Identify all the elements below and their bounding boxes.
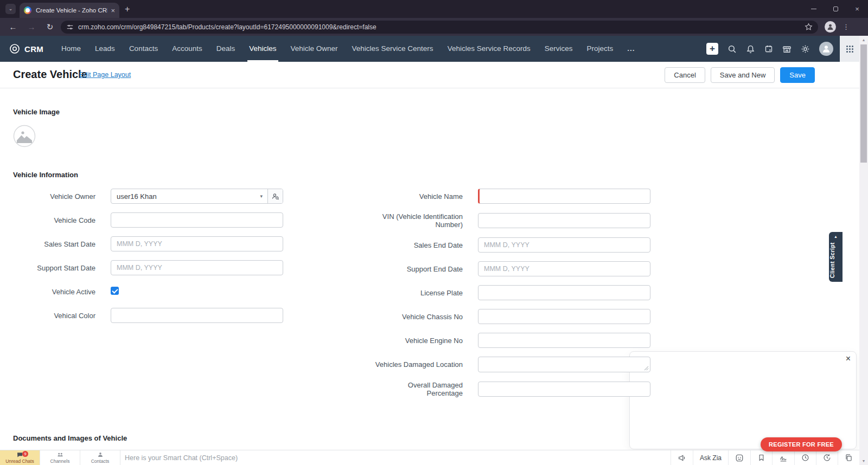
zia-icon[interactable] — [728, 450, 750, 465]
nav-item-accounts[interactable]: Accounts — [165, 36, 209, 62]
field-row-sales-start-date: Sales Start DateMMM D, YYYY — [13, 236, 295, 251]
chat-tab-contacts[interactable]: Contacts — [80, 450, 120, 465]
input-vin-vehicle-identification-number[interactable] — [478, 213, 650, 228]
field-label-sales-end-date: Sales End Date — [370, 241, 463, 249]
checkbox-vehicle-active[interactable] — [111, 287, 119, 295]
scrollbar-thumb[interactable] — [860, 44, 867, 163]
tab-close-icon[interactable]: × — [111, 7, 115, 15]
minimize-button[interactable] — [803, 0, 825, 18]
save-button[interactable]: Save — [780, 67, 815, 83]
placeholder-text: MMM D, YYYY — [111, 261, 283, 275]
notifications-bell-icon[interactable] — [746, 44, 755, 54]
edit-page-layout-link[interactable]: Edit Page Layout — [79, 71, 131, 79]
nav-more-icon[interactable]: ... — [620, 36, 642, 62]
tab-search-icon[interactable]: ⌄ — [5, 4, 16, 14]
input-vehicle-engine-no[interactable] — [478, 333, 650, 348]
maximize-button[interactable] — [825, 0, 846, 18]
notes-icon[interactable] — [838, 450, 859, 465]
field-label-vehicle-chassis-no: Vehicle Chassis No — [370, 313, 463, 321]
bottom-right-dock: Ask Zia — [671, 450, 859, 465]
smart-chat-input[interactable]: Here is your Smart Chat (Ctrl+Space) — [120, 450, 671, 465]
unread-badge: 9 — [22, 451, 28, 457]
forward-icon[interactable]: → — [26, 22, 37, 31]
chevron-down-icon[interactable]: ▾ — [255, 193, 267, 199]
user-avatar[interactable] — [819, 42, 833, 56]
bookmark-star-icon[interactable] — [805, 23, 813, 31]
nav-item-vehicle-owner[interactable]: Vehicle Owner — [284, 36, 345, 62]
calendar-icon[interactable] — [764, 44, 773, 53]
reload-icon[interactable]: ↻ — [44, 22, 55, 32]
field-label-license-plate: License Plate — [370, 289, 463, 297]
new-tab-button[interactable]: + — [125, 4, 130, 14]
input-sales-start-date[interactable]: MMM D, YYYY — [111, 236, 283, 251]
header-actions: Cancel Save and New Save — [665, 67, 815, 83]
vehicle-image-upload[interactable] — [13, 125, 36, 147]
clock-icon[interactable] — [794, 450, 816, 465]
placeholder-text: MMM D, YYYY — [478, 262, 650, 276]
nav-item-vehicles-service-centers[interactable]: Vehicles Service Centers — [345, 36, 441, 62]
field-label-vehicle-name: Vehicle Name — [370, 192, 463, 201]
browser-profile-icon[interactable] — [825, 21, 836, 33]
crm-logo[interactable]: CRM — [9, 43, 43, 55]
scroll-down-icon[interactable]: ▼ — [859, 459, 868, 463]
chat-tab-unread-chats[interactable]: Unread Chats9 — [0, 450, 40, 465]
url-text: crm.zoho.com/crm/org849847215/tab/Produc… — [78, 23, 805, 31]
history-icon[interactable] — [816, 450, 838, 465]
close-button[interactable]: × — [846, 0, 868, 18]
nav-item-services[interactable]: Services — [538, 36, 580, 62]
register-for-free-button[interactable]: REGISTER FOR FREE — [761, 437, 842, 451]
input-license-plate[interactable] — [478, 285, 650, 300]
input-vehicle-name[interactable] — [478, 189, 650, 204]
nav-item-deals[interactable]: Deals — [209, 36, 242, 62]
signature-icon[interactable] — [772, 450, 794, 465]
vehicle-owner-select[interactable]: user16 Khan▾ — [111, 189, 283, 204]
field-row-vehicle-name: Vehicle Name — [370, 189, 652, 204]
apps-grid-button[interactable] — [840, 36, 859, 62]
field-label-support-end-date: Support End Date — [370, 265, 463, 273]
input-support-start-date[interactable]: MMM D, YYYY — [111, 260, 283, 275]
nav-item-home[interactable]: Home — [54, 36, 88, 62]
chat-tab-channels[interactable]: Channels — [40, 450, 80, 465]
address-bar[interactable]: crm.zoho.com/crm/org849847215/tab/Produc… — [61, 21, 818, 34]
crm-top-nav: CRM HomeLeadsContactsAccountsDealsVehicl… — [0, 36, 868, 62]
input-vehicle-code[interactable] — [111, 212, 283, 228]
nav-item-leads[interactable]: Leads — [88, 36, 122, 62]
nav-item-contacts[interactable]: Contacts — [122, 36, 165, 62]
owner-lookup-button[interactable] — [267, 189, 283, 203]
browser-menu-icon[interactable]: ⋮ — [843, 23, 850, 31]
field-row-support-start-date: Support Start DateMMM D, YYYY — [13, 260, 295, 275]
textarea-vehicles-damaged-location[interactable] — [478, 357, 650, 372]
save-and-new-button[interactable]: Save and New — [711, 67, 775, 83]
channels-icon — [56, 451, 64, 458]
quick-create-icon[interactable]: + — [706, 43, 718, 55]
popup-close-icon[interactable]: × — [846, 354, 851, 364]
nav-item-vehicles-service-records[interactable]: Vehicles Service Records — [441, 36, 538, 62]
ask-zia-button[interactable]: Ask Zia — [693, 450, 728, 465]
nav-item-vehicles[interactable]: Vehicles — [242, 36, 283, 62]
apps-grid-icon — [846, 45, 854, 53]
scroll-up-icon[interactable]: ▲ — [859, 38, 868, 42]
back-icon[interactable]: ← — [8, 22, 18, 31]
form-column-left: Vehicle Owneruser16 Khan▾Vehicle CodeSal… — [13, 189, 295, 332]
input-sales-end-date[interactable]: MMM D, YYYY — [478, 237, 650, 253]
settings-gear-icon[interactable] — [801, 44, 810, 54]
client-script-tab[interactable]: ▲ Client Script — [829, 232, 843, 282]
input-vehicle-chassis-no[interactable] — [478, 309, 650, 324]
search-icon[interactable] — [727, 44, 737, 54]
browser-tab[interactable]: Create Vehicle - Zoho CRM × — [20, 3, 119, 18]
chevron-up-icon: ▲ — [829, 235, 843, 238]
nav-items: HomeLeadsContactsAccountsDealsVehiclesVe… — [54, 36, 642, 62]
field-label-vehicle-engine-no: Vehicle Engine No — [370, 337, 463, 345]
announcement-icon[interactable] — [671, 450, 693, 465]
page-scrollbar[interactable]: ▲ ▼ — [859, 36, 868, 465]
marketplace-icon[interactable] — [782, 44, 792, 54]
input-support-end-date[interactable]: MMM D, YYYY — [478, 261, 650, 276]
cancel-button[interactable]: Cancel — [665, 67, 705, 83]
input-overall-damaged-percentage[interactable] — [478, 382, 650, 397]
bookmark-icon[interactable] — [750, 450, 772, 465]
site-settings-icon[interactable] — [66, 23, 74, 31]
nav-item-projects[interactable]: Projects — [579, 36, 620, 62]
input-vehical-color[interactable] — [111, 308, 283, 323]
zoho-favicon-icon — [24, 7, 31, 14]
crm-logo-icon — [9, 43, 21, 55]
